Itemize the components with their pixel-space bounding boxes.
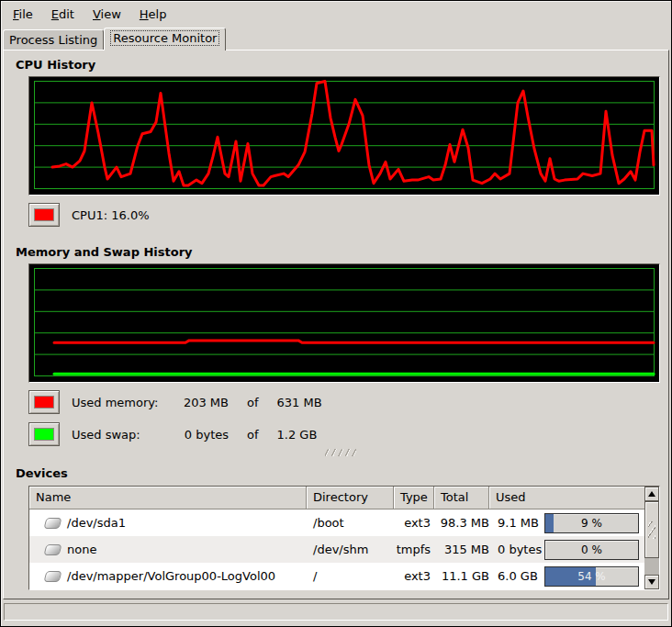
swap-legend: Used swap: 0 bytes of 1.2 GB: [28, 422, 666, 446]
menu-help[interactable]: Help: [130, 3, 176, 26]
swap-of-text: of: [247, 428, 259, 442]
memory-color-swatch: [34, 396, 54, 409]
disk-drive-icon: [44, 518, 62, 529]
device-type: ext3: [394, 516, 434, 530]
cpu-history-graph: [28, 76, 660, 196]
devices-table-header: Name Directory Type Total Used: [29, 487, 644, 509]
memory-of-text: of: [247, 396, 259, 409]
devices-table: Name Directory Type Total Used /dev/sda1…: [28, 486, 660, 590]
vertical-scrollbar[interactable]: [644, 487, 659, 589]
notebook: Process Listing Resource Monitor CPU His…: [3, 27, 669, 599]
menubar: File Edit View Help: [1, 1, 671, 27]
device-type: tmpfs: [394, 543, 434, 556]
device-name: /dev/sda1: [67, 516, 126, 530]
col-header-name[interactable]: Name: [29, 487, 307, 509]
usage-progress-bar: 9 %: [544, 513, 639, 533]
memory-legend: Used memory: 203 MB of 631 MB: [28, 390, 666, 414]
device-row-none[interactable]: none /dev/shm tmpfs 315 MB 0 bytes 0 %: [29, 536, 644, 563]
device-total: 315 MB: [434, 543, 489, 556]
cpu-legend-label: CPU1: 16.0%: [72, 208, 150, 222]
scroll-up-button[interactable]: [644, 487, 659, 501]
memory-legend-label: Used memory:: [72, 396, 163, 409]
swap-total-value: 1.2 GB: [277, 428, 318, 442]
col-header-used[interactable]: Used: [489, 487, 644, 509]
resource-monitor-panel: CPU History CPU1: 16.0% Memory and Swap …: [3, 50, 669, 599]
device-name: /dev/mapper/VolGroup00-LogVol00: [67, 569, 275, 583]
swap-color-button[interactable]: [28, 422, 60, 446]
swap-color-swatch: [34, 428, 54, 441]
disk-drive-icon: [44, 571, 62, 582]
progress-label: 54 %: [545, 567, 638, 586]
memory-total-value: 631 MB: [277, 396, 322, 409]
devices-title: Devices: [16, 466, 666, 480]
tab-bar: Process Listing Resource Monitor: [3, 27, 669, 50]
memory-swap-title: Memory and Swap History: [16, 245, 666, 259]
menu-file[interactable]: File: [4, 3, 42, 26]
tab-process-listing[interactable]: Process Listing: [3, 29, 104, 50]
device-directory: /: [307, 569, 394, 583]
scroll-down-button[interactable]: [644, 575, 659, 589]
progress-label: 9 %: [545, 514, 638, 532]
cpu-color-button[interactable]: [28, 203, 60, 227]
memory-swap-graph: [28, 263, 660, 383]
progress-label: 0 %: [545, 541, 638, 559]
cpu-color-swatch: [34, 208, 54, 221]
device-used: 9.1 MB: [498, 516, 539, 530]
memory-used-value: 203 MB: [172, 396, 229, 409]
device-type: ext3: [394, 569, 434, 583]
system-monitor-window: File Edit View Help Process Listing Reso…: [0, 0, 672, 627]
device-name: none: [67, 543, 96, 556]
device-row-sda1[interactable]: /dev/sda1 /boot ext3 98.3 MB 9.1 MB 9 %: [29, 509, 644, 536]
device-directory: /boot: [307, 516, 394, 530]
scrollbar-thumb[interactable]: [644, 501, 659, 558]
cpu-history-title: CPU History: [16, 58, 666, 72]
usage-progress-bar: 54 %: [544, 566, 639, 587]
menu-edit[interactable]: Edit: [42, 3, 84, 26]
usage-progress-bar: 0 %: [544, 540, 639, 560]
memory-swap-chart: [29, 264, 659, 382]
swap-used-value: 0 bytes: [172, 428, 229, 442]
col-header-type[interactable]: Type: [394, 487, 434, 509]
devices-table-body: Name Directory Type Total Used /dev/sda1…: [29, 487, 644, 589]
device-row-volgroup[interactable]: /dev/mapper/VolGroup00-LogVol00 / ext3 1…: [29, 563, 644, 589]
device-used: 6.0 GB: [498, 569, 538, 583]
disk-drive-icon: [44, 544, 62, 555]
tab-resource-monitor[interactable]: Resource Monitor: [104, 28, 226, 50]
device-used: 0 bytes: [498, 543, 542, 556]
paned-resize-handle[interactable]: [325, 449, 356, 456]
device-directory: /dev/shm: [307, 543, 394, 556]
memory-color-button[interactable]: [28, 390, 60, 414]
device-total: 98.3 MB: [434, 516, 489, 530]
menu-view[interactable]: View: [84, 3, 130, 26]
status-bar: [4, 603, 668, 621]
col-header-total[interactable]: Total: [434, 487, 489, 509]
cpu-history-chart: [29, 77, 659, 195]
thumb-grip-icon: [648, 521, 655, 539]
arrow-up-icon: [648, 491, 655, 497]
col-header-directory[interactable]: Directory: [307, 487, 394, 509]
device-total: 11.1 GB: [434, 569, 489, 583]
cpu-legend: CPU1: 16.0%: [28, 203, 666, 227]
swap-legend-label: Used swap:: [72, 428, 163, 442]
arrow-down-icon: [648, 579, 655, 585]
